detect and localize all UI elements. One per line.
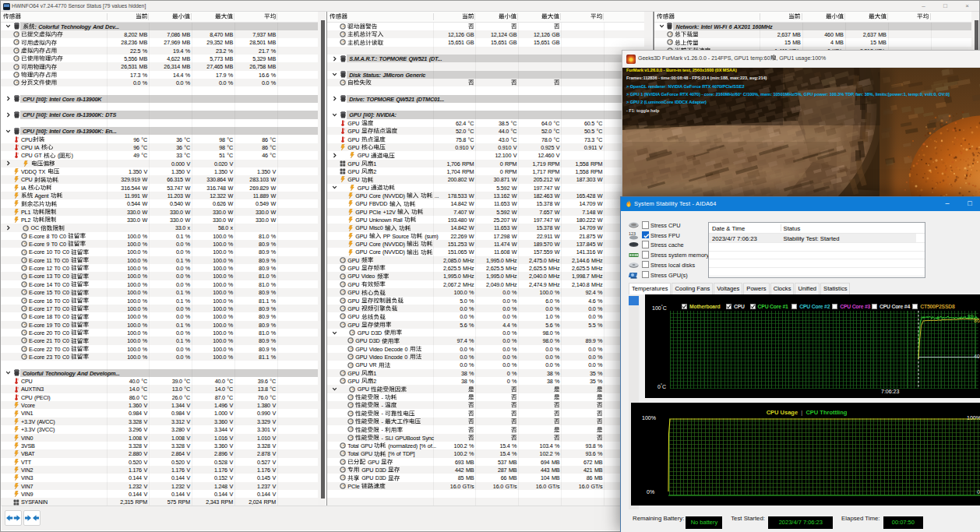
svg-text:123: 123 xyxy=(629,231,636,236)
